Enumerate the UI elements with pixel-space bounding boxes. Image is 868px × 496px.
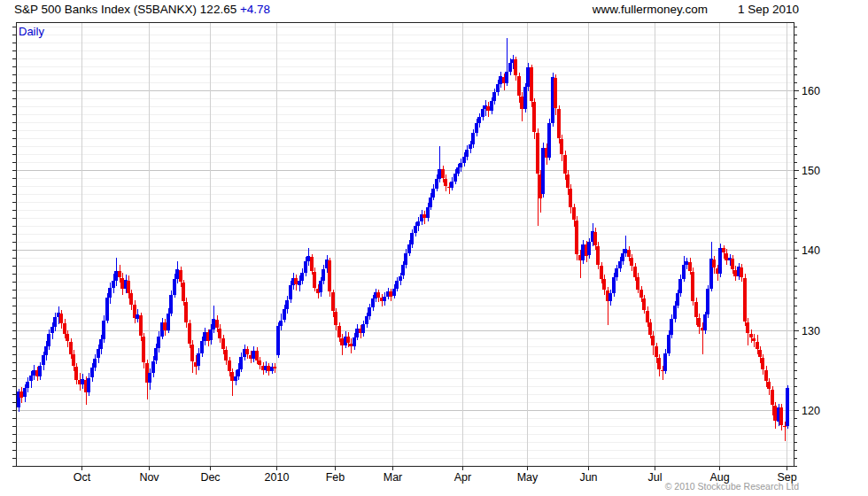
candle-down [636,277,639,290]
candle-up [465,150,469,157]
candle-down [783,426,787,427]
candle-down [743,278,747,322]
candle-up [401,265,405,275]
candle-down [758,350,762,357]
candle-down [572,207,576,220]
candle-down [771,390,774,405]
title-text: S&P 500 Banks Index (S5BANKX) 122.65 [14,3,236,16]
candle-down [66,334,69,341]
candle-up [167,314,170,330]
candle-down [532,102,536,131]
candle-down [642,298,646,310]
month-label: 2010 [265,471,290,484]
candle-down [389,291,392,296]
candle-up [365,316,368,324]
candle-down [596,246,600,266]
change-value: +4.78 [240,3,270,16]
candle-down [190,345,194,361]
candle-down [328,260,331,291]
candle-down [602,279,606,291]
month-label: Jul [648,471,663,484]
candle-down [764,370,768,382]
y-axis-label: 120 [802,405,820,417]
candle-up [608,293,612,301]
candle-up [322,269,325,282]
candle-down [346,337,350,343]
candle-up [23,388,27,398]
candle-up [355,329,359,337]
candle-up [718,248,722,275]
candle-up [44,346,48,356]
candle-up [81,379,84,384]
candle-up [200,341,204,353]
candle-up [477,117,481,122]
candle-down [593,232,597,245]
candle-up [450,182,453,188]
candle-up [283,309,286,320]
candle-down [575,221,578,254]
candle-up [102,321,105,340]
candle-up [469,144,472,149]
candle-down [63,323,66,334]
candle-down [118,271,121,277]
candle-down [639,290,643,298]
candle-up [399,276,402,281]
candle-up [547,123,551,158]
candle-up [492,92,496,101]
candle-down [722,248,725,252]
candle-up [438,169,441,179]
candle-up [526,67,530,88]
candle-down [441,169,445,178]
candle-down [218,329,221,338]
month-label: Nov [139,471,159,484]
candle-up [368,307,371,316]
candle-down [139,315,143,336]
candle-down [514,59,517,75]
candle-down [779,407,783,425]
candle-up [175,269,179,279]
candle-down [376,292,380,297]
candle-up [298,281,301,285]
candle-up [429,198,432,207]
candle-down [120,278,124,289]
candle-down [230,372,234,381]
candle-down [486,106,490,111]
candle-up [353,337,356,347]
candle-down [258,360,261,365]
candle-up [667,335,670,353]
candle-up [453,174,457,182]
candle-up [87,378,90,392]
candle-down [761,358,764,369]
candle-down [600,266,603,278]
candle-down [349,344,353,347]
candle-up [676,293,679,306]
candle-up [276,326,280,355]
month-label: Jun [579,471,597,484]
candle-up [481,109,484,117]
y-axis-label: 130 [802,325,820,337]
candle-down [694,302,698,317]
candle-down [740,267,743,277]
candle-down [74,367,78,379]
candle-up [209,329,213,341]
candle-up [203,332,206,341]
price-chart-svg: OctNovDec2010FebMarAprMayJunJulAugSep120… [0,0,868,496]
candle-down [563,155,567,174]
candle-down [630,258,633,266]
candle-down [142,337,145,362]
candle-up [456,167,460,173]
candle-up [157,337,160,349]
candle-up [289,285,292,299]
candle-up [618,261,622,268]
candle-down [184,302,188,322]
candle-up [97,349,100,358]
candle-down [749,334,753,337]
timeframe-label: Daily [19,25,44,38]
candle-down [129,293,133,305]
candle-down [331,292,335,311]
website-link[interactable]: www.fullermoney.com [593,3,708,16]
candle-down [746,322,749,334]
candle-down [725,253,728,260]
candle-down [340,338,344,345]
candle-down [310,257,314,270]
